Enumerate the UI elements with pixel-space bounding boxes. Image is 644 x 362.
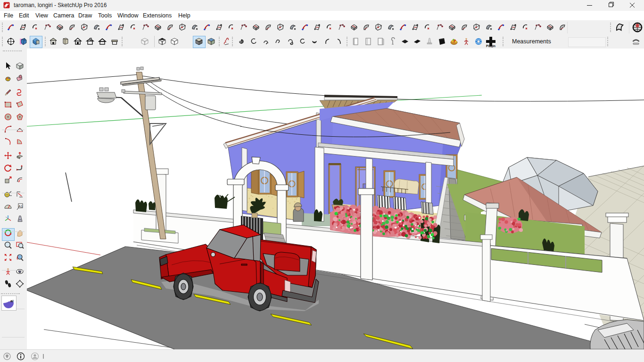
svg-text:Plugin: Plugin xyxy=(486,44,495,48)
svg-text:ai: ai xyxy=(10,299,14,303)
svg-text:A1: A1 xyxy=(18,205,23,208)
